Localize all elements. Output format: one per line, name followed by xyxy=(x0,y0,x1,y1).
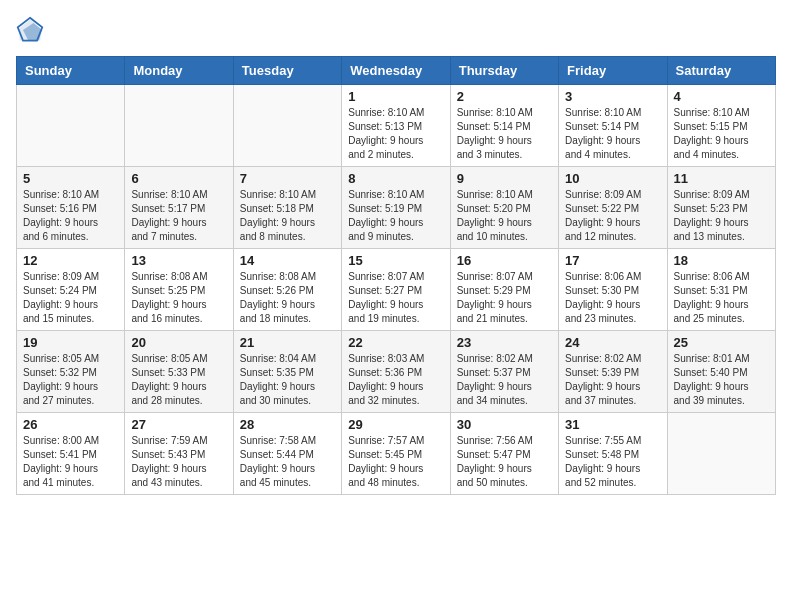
day-info: Sunrise: 8:07 AM Sunset: 5:27 PM Dayligh… xyxy=(348,270,443,326)
week-row-1: 1Sunrise: 8:10 AM Sunset: 5:13 PM Daylig… xyxy=(17,85,776,167)
day-info: Sunrise: 7:56 AM Sunset: 5:47 PM Dayligh… xyxy=(457,434,552,490)
day-info: Sunrise: 8:10 AM Sunset: 5:20 PM Dayligh… xyxy=(457,188,552,244)
day-info: Sunrise: 8:09 AM Sunset: 5:24 PM Dayligh… xyxy=(23,270,118,326)
week-row-5: 26Sunrise: 8:00 AM Sunset: 5:41 PM Dayli… xyxy=(17,413,776,495)
day-number: 12 xyxy=(23,253,118,268)
calendar-cell: 13Sunrise: 8:08 AM Sunset: 5:25 PM Dayli… xyxy=(125,249,233,331)
day-number: 3 xyxy=(565,89,660,104)
calendar-cell: 17Sunrise: 8:06 AM Sunset: 5:30 PM Dayli… xyxy=(559,249,667,331)
day-info: Sunrise: 8:02 AM Sunset: 5:37 PM Dayligh… xyxy=(457,352,552,408)
day-info: Sunrise: 8:02 AM Sunset: 5:39 PM Dayligh… xyxy=(565,352,660,408)
day-header-sunday: Sunday xyxy=(17,57,125,85)
day-info: Sunrise: 7:58 AM Sunset: 5:44 PM Dayligh… xyxy=(240,434,335,490)
day-number: 31 xyxy=(565,417,660,432)
day-number: 8 xyxy=(348,171,443,186)
day-number: 10 xyxy=(565,171,660,186)
day-number: 20 xyxy=(131,335,226,350)
day-info: Sunrise: 8:01 AM Sunset: 5:40 PM Dayligh… xyxy=(674,352,769,408)
day-number: 18 xyxy=(674,253,769,268)
day-number: 25 xyxy=(674,335,769,350)
calendar-cell xyxy=(233,85,341,167)
day-info: Sunrise: 8:10 AM Sunset: 5:14 PM Dayligh… xyxy=(457,106,552,162)
calendar-cell: 1Sunrise: 8:10 AM Sunset: 5:13 PM Daylig… xyxy=(342,85,450,167)
calendar-cell: 26Sunrise: 8:00 AM Sunset: 5:41 PM Dayli… xyxy=(17,413,125,495)
day-number: 19 xyxy=(23,335,118,350)
calendar-cell xyxy=(125,85,233,167)
calendar-header-row: SundayMondayTuesdayWednesdayThursdayFrid… xyxy=(17,57,776,85)
page-header xyxy=(16,16,776,44)
day-number: 9 xyxy=(457,171,552,186)
day-header-thursday: Thursday xyxy=(450,57,558,85)
calendar-cell: 8Sunrise: 8:10 AM Sunset: 5:19 PM Daylig… xyxy=(342,167,450,249)
day-info: Sunrise: 8:06 AM Sunset: 5:30 PM Dayligh… xyxy=(565,270,660,326)
logo-icon xyxy=(16,16,44,44)
calendar-cell: 29Sunrise: 7:57 AM Sunset: 5:45 PM Dayli… xyxy=(342,413,450,495)
week-row-4: 19Sunrise: 8:05 AM Sunset: 5:32 PM Dayli… xyxy=(17,331,776,413)
calendar-cell: 14Sunrise: 8:08 AM Sunset: 5:26 PM Dayli… xyxy=(233,249,341,331)
day-number: 30 xyxy=(457,417,552,432)
day-number: 24 xyxy=(565,335,660,350)
calendar-cell: 16Sunrise: 8:07 AM Sunset: 5:29 PM Dayli… xyxy=(450,249,558,331)
day-info: Sunrise: 8:05 AM Sunset: 5:33 PM Dayligh… xyxy=(131,352,226,408)
day-info: Sunrise: 8:04 AM Sunset: 5:35 PM Dayligh… xyxy=(240,352,335,408)
day-info: Sunrise: 8:03 AM Sunset: 5:36 PM Dayligh… xyxy=(348,352,443,408)
calendar-cell: 31Sunrise: 7:55 AM Sunset: 5:48 PM Dayli… xyxy=(559,413,667,495)
day-info: Sunrise: 8:10 AM Sunset: 5:18 PM Dayligh… xyxy=(240,188,335,244)
day-info: Sunrise: 7:59 AM Sunset: 5:43 PM Dayligh… xyxy=(131,434,226,490)
day-info: Sunrise: 8:08 AM Sunset: 5:26 PM Dayligh… xyxy=(240,270,335,326)
calendar-cell: 20Sunrise: 8:05 AM Sunset: 5:33 PM Dayli… xyxy=(125,331,233,413)
day-info: Sunrise: 7:55 AM Sunset: 5:48 PM Dayligh… xyxy=(565,434,660,490)
calendar-cell: 2Sunrise: 8:10 AM Sunset: 5:14 PM Daylig… xyxy=(450,85,558,167)
day-info: Sunrise: 8:09 AM Sunset: 5:22 PM Dayligh… xyxy=(565,188,660,244)
day-info: Sunrise: 7:57 AM Sunset: 5:45 PM Dayligh… xyxy=(348,434,443,490)
day-number: 16 xyxy=(457,253,552,268)
day-info: Sunrise: 8:10 AM Sunset: 5:13 PM Dayligh… xyxy=(348,106,443,162)
day-info: Sunrise: 8:08 AM Sunset: 5:25 PM Dayligh… xyxy=(131,270,226,326)
day-info: Sunrise: 8:06 AM Sunset: 5:31 PM Dayligh… xyxy=(674,270,769,326)
day-number: 29 xyxy=(348,417,443,432)
day-number: 1 xyxy=(348,89,443,104)
day-header-friday: Friday xyxy=(559,57,667,85)
calendar-cell: 19Sunrise: 8:05 AM Sunset: 5:32 PM Dayli… xyxy=(17,331,125,413)
calendar-cell: 18Sunrise: 8:06 AM Sunset: 5:31 PM Dayli… xyxy=(667,249,775,331)
day-info: Sunrise: 8:10 AM Sunset: 5:15 PM Dayligh… xyxy=(674,106,769,162)
calendar-cell: 28Sunrise: 7:58 AM Sunset: 5:44 PM Dayli… xyxy=(233,413,341,495)
calendar-cell: 27Sunrise: 7:59 AM Sunset: 5:43 PM Dayli… xyxy=(125,413,233,495)
day-number: 7 xyxy=(240,171,335,186)
day-header-saturday: Saturday xyxy=(667,57,775,85)
week-row-3: 12Sunrise: 8:09 AM Sunset: 5:24 PM Dayli… xyxy=(17,249,776,331)
day-number: 2 xyxy=(457,89,552,104)
day-info: Sunrise: 8:00 AM Sunset: 5:41 PM Dayligh… xyxy=(23,434,118,490)
calendar-cell: 11Sunrise: 8:09 AM Sunset: 5:23 PM Dayli… xyxy=(667,167,775,249)
calendar-cell: 12Sunrise: 8:09 AM Sunset: 5:24 PM Dayli… xyxy=(17,249,125,331)
day-number: 13 xyxy=(131,253,226,268)
calendar-cell: 21Sunrise: 8:04 AM Sunset: 5:35 PM Dayli… xyxy=(233,331,341,413)
logo xyxy=(16,16,48,44)
calendar-cell: 6Sunrise: 8:10 AM Sunset: 5:17 PM Daylig… xyxy=(125,167,233,249)
day-number: 14 xyxy=(240,253,335,268)
calendar-cell: 10Sunrise: 8:09 AM Sunset: 5:22 PM Dayli… xyxy=(559,167,667,249)
calendar-cell: 30Sunrise: 7:56 AM Sunset: 5:47 PM Dayli… xyxy=(450,413,558,495)
day-header-tuesday: Tuesday xyxy=(233,57,341,85)
day-info: Sunrise: 8:05 AM Sunset: 5:32 PM Dayligh… xyxy=(23,352,118,408)
calendar-cell: 5Sunrise: 8:10 AM Sunset: 5:16 PM Daylig… xyxy=(17,167,125,249)
day-number: 5 xyxy=(23,171,118,186)
calendar-cell: 9Sunrise: 8:10 AM Sunset: 5:20 PM Daylig… xyxy=(450,167,558,249)
calendar-cell: 15Sunrise: 8:07 AM Sunset: 5:27 PM Dayli… xyxy=(342,249,450,331)
calendar-cell: 23Sunrise: 8:02 AM Sunset: 5:37 PM Dayli… xyxy=(450,331,558,413)
day-number: 22 xyxy=(348,335,443,350)
calendar-cell xyxy=(667,413,775,495)
day-number: 27 xyxy=(131,417,226,432)
calendar-cell: 3Sunrise: 8:10 AM Sunset: 5:14 PM Daylig… xyxy=(559,85,667,167)
calendar-cell xyxy=(17,85,125,167)
day-header-wednesday: Wednesday xyxy=(342,57,450,85)
day-number: 23 xyxy=(457,335,552,350)
day-number: 21 xyxy=(240,335,335,350)
day-number: 6 xyxy=(131,171,226,186)
day-info: Sunrise: 8:10 AM Sunset: 5:19 PM Dayligh… xyxy=(348,188,443,244)
day-info: Sunrise: 8:10 AM Sunset: 5:16 PM Dayligh… xyxy=(23,188,118,244)
day-number: 11 xyxy=(674,171,769,186)
calendar-cell: 7Sunrise: 8:10 AM Sunset: 5:18 PM Daylig… xyxy=(233,167,341,249)
day-number: 26 xyxy=(23,417,118,432)
calendar-cell: 25Sunrise: 8:01 AM Sunset: 5:40 PM Dayli… xyxy=(667,331,775,413)
